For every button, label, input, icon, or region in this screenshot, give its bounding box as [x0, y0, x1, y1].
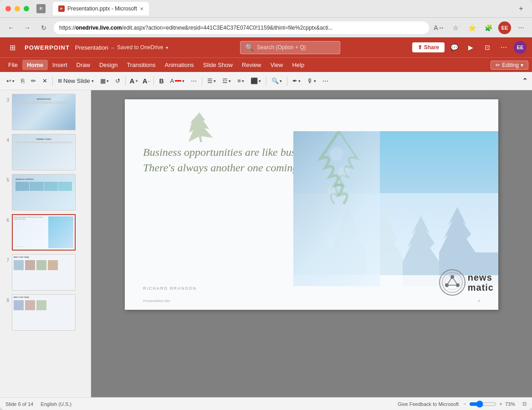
- editing-chevron-icon: ▾: [521, 62, 523, 68]
- slide-thumbnail-6[interactable]: Business opportunities are like buses. T…: [12, 214, 76, 251]
- font-increase-button[interactable]: A+: [128, 75, 140, 87]
- slide-thumbnail-7[interactable]: MEET OUR TEAM: [12, 254, 76, 291]
- new-slide-button[interactable]: ⊞ New Slide ▾: [55, 75, 97, 87]
- align-button[interactable]: ≡▾: [235, 75, 247, 87]
- forward-button[interactable]: →: [21, 21, 34, 34]
- waffle-menu-button[interactable]: ⊞: [5, 41, 19, 54]
- watermark-brand-sub: matic: [468, 282, 494, 292]
- share-label: Share: [424, 44, 439, 51]
- favorites-button[interactable]: ☆: [449, 21, 462, 34]
- zoom-level[interactable]: 73%: [505, 401, 519, 407]
- menu-help[interactable]: Help: [287, 60, 309, 70]
- ink-button[interactable]: ✒▾: [290, 75, 303, 87]
- menu-animations[interactable]: Animations: [160, 60, 199, 70]
- active-tab[interactable]: P Presentation.pptx - Microsoft ✕: [53, 2, 149, 15]
- close-button[interactable]: [5, 6, 11, 11]
- feedback-link[interactable]: Give Feedback to Microsoft: [398, 401, 459, 407]
- menu-draw[interactable]: Draw: [72, 60, 95, 70]
- search-input[interactable]: [257, 44, 330, 51]
- user-avatar-ppt[interactable]: EE: [514, 41, 527, 54]
- menu-home[interactable]: Home: [22, 60, 48, 70]
- minimize-button[interactable]: [15, 6, 20, 11]
- font-color-icon: A: [170, 77, 174, 84]
- profile-avatar[interactable]: EE: [498, 21, 511, 34]
- slide-thumbnail-4[interactable]: PRIMARY GOALS: [12, 134, 76, 170]
- slide-item-7[interactable]: 7 MEET OUR TEAM: [0, 252, 91, 292]
- slide-item-5[interactable]: 5 AREAS OF GROWTH: [0, 172, 91, 212]
- bullets-button[interactable]: ☰▾: [205, 75, 219, 87]
- collections-button[interactable]: ⭐: [466, 21, 478, 34]
- menu-review[interactable]: Review: [237, 60, 266, 70]
- refresh-button[interactable]: ↻: [37, 21, 50, 34]
- format-painter-button[interactable]: ✏: [28, 75, 39, 87]
- search-icon: 🔍: [245, 43, 254, 52]
- undo-button[interactable]: ↩▾: [4, 75, 17, 87]
- more-text-button[interactable]: ⋯: [188, 75, 200, 87]
- numbering-button[interactable]: ☲▾: [220, 75, 234, 87]
- svg-point-2: [338, 167, 349, 178]
- svg-line-10: [447, 277, 452, 285]
- menu-slideshow[interactable]: Slide Show: [199, 60, 237, 70]
- translate-button[interactable]: A↔: [433, 21, 445, 34]
- save-status[interactable]: Saved to OneDrive: [117, 44, 163, 51]
- slide-item-6[interactable]: 6 Business opportunities are like buses.…: [0, 212, 91, 252]
- slide-thumbnail-3[interactable]: INTRODUCTION: [12, 94, 76, 130]
- zoom-slider[interactable]: [469, 400, 496, 408]
- view-options-button[interactable]: ⊡: [481, 41, 494, 54]
- separator-6: [287, 77, 287, 86]
- clear-button[interactable]: ✕: [40, 75, 50, 87]
- slide-canvas-area[interactable]: Business opportunities are like buses. T…: [91, 90, 532, 397]
- paste-button[interactable]: ⎘: [18, 75, 27, 87]
- font-decrease-button[interactable]: A-: [141, 75, 152, 87]
- dictate-button[interactable]: 🎙▾: [304, 75, 319, 87]
- separator-4: [202, 77, 202, 86]
- maximize-button[interactable]: [24, 6, 29, 11]
- more-options-button[interactable]: ⋯: [320, 75, 331, 87]
- menu-transitions[interactable]: Transitions: [122, 60, 160, 70]
- more-ribbon-button[interactable]: ⋯: [497, 41, 510, 54]
- slide-info: Slide 6 of 14: [5, 401, 33, 407]
- search-box[interactable]: 🔍: [240, 41, 340, 54]
- search-area: 🔍: [240, 41, 340, 54]
- slide-thumbnail-8[interactable]: MEET OUR TEAM: [12, 294, 76, 331]
- slide-item-3[interactable]: 3 INTRODUCTION: [0, 92, 91, 132]
- comment-icon: 💬: [450, 44, 458, 51]
- save-chevron-icon[interactable]: ▾: [166, 45, 168, 50]
- layout-button[interactable]: ▦▾: [97, 75, 112, 87]
- share-button[interactable]: ⬆ Share: [412, 42, 445, 52]
- menu-design[interactable]: Design: [95, 60, 122, 70]
- bold-button[interactable]: B: [156, 75, 166, 87]
- tab-title: Presentation.pptx - Microsoft: [67, 5, 137, 12]
- fit-slide-icon[interactable]: ⊡: [522, 401, 527, 407]
- reset-button[interactable]: ↺: [113, 75, 123, 87]
- slide-item-4[interactable]: 4 PRIMARY GOALS: [0, 132, 91, 172]
- new-tab-button[interactable]: +: [516, 3, 527, 14]
- slide-item-8[interactable]: 8 MEET OUR TEAM: [0, 292, 91, 333]
- share-icon: ⬆: [418, 44, 422, 51]
- menu-view[interactable]: View: [266, 60, 288, 70]
- language: English (U.S.): [41, 401, 72, 407]
- zoom-control[interactable]: － ＋ 73%: [462, 400, 519, 408]
- menu-insert[interactable]: Insert: [48, 60, 72, 70]
- font-color-button[interactable]: A ▾: [168, 75, 188, 87]
- find-button[interactable]: 🔍▾: [269, 75, 285, 87]
- zoom-in-icon[interactable]: ＋: [498, 400, 503, 407]
- tab-close-icon[interactable]: ✕: [140, 6, 143, 11]
- separator-3: [153, 77, 154, 86]
- slide-number-4: 4: [4, 138, 9, 143]
- main-area: 3 INTRODUCTION 4: [0, 90, 532, 397]
- new-slide-label: New Slide: [63, 77, 90, 84]
- extensions-button[interactable]: 🧩: [482, 21, 495, 34]
- collapse-toolbar-button[interactable]: ⌃: [521, 77, 528, 85]
- back-button[interactable]: ←: [5, 21, 17, 34]
- more-button[interactable]: ⋯: [515, 21, 527, 34]
- comment-button[interactable]: 💬: [448, 41, 461, 54]
- slide-thumbnail-5[interactable]: AREAS OF GROWTH: [12, 174, 76, 210]
- zoom-out-icon[interactable]: －: [462, 400, 467, 407]
- present-button[interactable]: ▶: [465, 41, 477, 54]
- header-actions: ⬆ Share 💬 ▶ ⊡ ⋯ EE: [412, 41, 527, 54]
- menu-file[interactable]: File: [4, 60, 22, 70]
- address-bar[interactable]: https:// onedrive.live.com /edit.aspx?ac…: [54, 21, 429, 34]
- text-direction-button[interactable]: ⬛▾: [248, 75, 264, 87]
- editing-button[interactable]: ✏ Editing ▾: [491, 61, 528, 70]
